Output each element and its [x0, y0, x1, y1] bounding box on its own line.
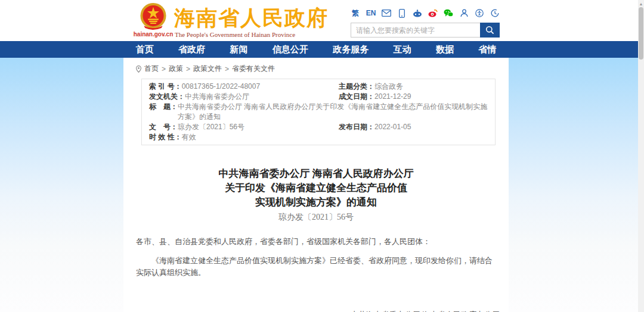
scrollbar[interactable]: ▲	[638, 0, 644, 312]
document-number: 琼办发〔2021〕56号	[123, 212, 509, 223]
meta-label-publish-date: 发布日期：	[339, 122, 374, 132]
nav-item-information-disclosure[interactable]: 信息公开	[273, 44, 308, 55]
main-content: 首页 > 政策 > 政策文件 > 省委有关文件 索 引 号： 00817365-…	[123, 58, 509, 312]
document-title-line2: 关于印发《海南省建立健全生态产品价值	[123, 181, 509, 195]
site-header: hainan.gov.cn 海南省人民政府 The People's Gover…	[0, 0, 638, 41]
user-icon[interactable]	[459, 8, 469, 18]
mobile-icon[interactable]	[397, 8, 407, 18]
meta-value-issuing-agency: 中共海南省委办公厅	[185, 92, 249, 102]
meta-value-validity: 有效	[182, 132, 196, 142]
document-title-line1: 中共海南省委办公厅 海南省人民政府办公厅	[123, 167, 509, 181]
breadcrumb-policy[interactable]: 政策	[169, 64, 183, 74]
nav-item-interaction[interactable]: 互动	[394, 44, 411, 55]
elder-mode-icon[interactable]	[490, 8, 500, 18]
scrollbar-thumb[interactable]	[639, 7, 643, 60]
nav-item-provincial-government[interactable]: 省政府	[178, 44, 205, 55]
main-nav: 首页 省政府 新闻 信息公开 政务服务 互动 数据 省情	[0, 41, 638, 58]
document-metadata-table: 索 引 号： 00817365-1/2022-48007 主题分类： 综合政务 …	[141, 79, 496, 145]
breadcrumb-home[interactable]: 首页	[144, 64, 159, 74]
meta-label-document-number: 文 号：	[149, 122, 178, 132]
meta-label-written-date: 成文日期：	[339, 92, 374, 102]
meta-label-index-number: 索 引 号：	[149, 82, 182, 92]
wechat-icon[interactable]	[444, 8, 453, 18]
meta-value-topic-category: 综合政务	[374, 82, 403, 92]
search-button[interactable]	[480, 23, 500, 38]
meta-row-issuing-agency: 发文机关： 中共海南省委办公厅 成文日期： 2021-12-29	[149, 92, 488, 102]
nav-item-news[interactable]: 新闻	[230, 44, 247, 55]
meta-value-publish-date: 2022-01-05	[374, 122, 411, 132]
breadcrumb-separator: >	[186, 65, 190, 73]
national-emblem-logo	[138, 2, 169, 30]
meta-value-title: 中共海南省委办公厅 海南省人民政府办公厅关于印发《海南省建立健全生态产品价值实现…	[178, 102, 488, 122]
breadcrumb-separator: >	[162, 65, 166, 73]
mail-icon[interactable]	[382, 8, 391, 18]
document-title-line3: 实现机制实施方案》的通知	[123, 195, 509, 210]
document-salutation: 各市、县、自治县党委和人民政府，省委各部门，省级国家机关各部门，各人民团体：	[136, 236, 496, 248]
document-signature: 中共海南省委办公厅 海南省人民政府办公厅 2021年12月29日	[123, 310, 500, 312]
scrollbar-up-button[interactable]: ▲	[638, 0, 644, 7]
breadcrumb-separator: >	[225, 65, 229, 73]
traditional-chinese-toggle[interactable]: 繁	[351, 8, 360, 18]
location-pin-icon	[136, 65, 141, 73]
search-bar	[351, 23, 500, 38]
page: hainan.gov.cn 海南省人民政府 The People's Gover…	[0, 0, 644, 312]
weibo-icon[interactable]	[428, 8, 438, 18]
meta-value-index-number: 00817365-1/2022-48007	[182, 82, 260, 92]
nav-item-data[interactable]: 数据	[436, 44, 454, 55]
site-title: 海南省人民政府	[174, 4, 329, 32]
meta-row-validity: 时 效 性： 有效	[149, 132, 488, 142]
breadcrumb-policy-documents[interactable]: 政策文件	[193, 64, 222, 74]
nav-item-government-services[interactable]: 政务服务	[333, 44, 369, 55]
search-input[interactable]	[351, 23, 480, 38]
meta-value-document-number: 琼办发〔2021〕56号	[178, 122, 244, 132]
document-body: 中共海南省委办公厅 海南省人民政府办公厅 关于印发《海南省建立健全生态产品价值 …	[123, 167, 509, 312]
topbar-quick-links: 繁 EN	[351, 8, 500, 18]
signature-organization: 中共海南省委办公厅 海南省人民政府办公厅	[123, 310, 500, 312]
nav-item-home[interactable]: 首页	[136, 44, 154, 55]
site-title-english: The People's Government of Hainan Provin…	[175, 31, 295, 38]
meta-row-document-number: 文 号： 琼办发〔2021〕56号 发布日期： 2022-01-05	[149, 122, 488, 132]
meta-row-index: 索 引 号： 00817365-1/2022-48007 主题分类： 综合政务	[149, 82, 488, 92]
site-domain: hainan.gov.cn	[132, 31, 174, 38]
meta-row-title: 标 题： 中共海南省委办公厅 海南省人民政府办公厅关于印发《海南省建立健全生态产…	[149, 102, 488, 122]
search-icon	[485, 26, 494, 35]
meta-label-title: 标 题：	[149, 102, 178, 122]
meta-value-written-date: 2021-12-29	[374, 92, 411, 102]
english-toggle[interactable]: EN	[366, 8, 376, 18]
meta-label-topic-category: 主题分类：	[339, 82, 374, 92]
meta-label-validity: 时 效 性：	[149, 132, 182, 142]
robot-icon[interactable]	[413, 8, 422, 18]
breadcrumb: 首页 > 政策 > 政策文件 > 省委有关文件	[136, 64, 509, 74]
breadcrumb-committee-documents[interactable]: 省委有关文件	[232, 64, 275, 74]
document-title: 中共海南省委办公厅 海南省人民政府办公厅 关于印发《海南省建立健全生态产品价值 …	[123, 167, 509, 210]
nav-item-province-profile[interactable]: 省情	[478, 44, 496, 55]
accessibility-icon[interactable]	[475, 8, 484, 18]
meta-label-issuing-agency: 发文机关：	[149, 92, 185, 102]
document-paragraph: 《海南省建立健全生态产品价值实现机制实施方案》已经省委、省政府同意，现印发给你们…	[136, 255, 496, 279]
